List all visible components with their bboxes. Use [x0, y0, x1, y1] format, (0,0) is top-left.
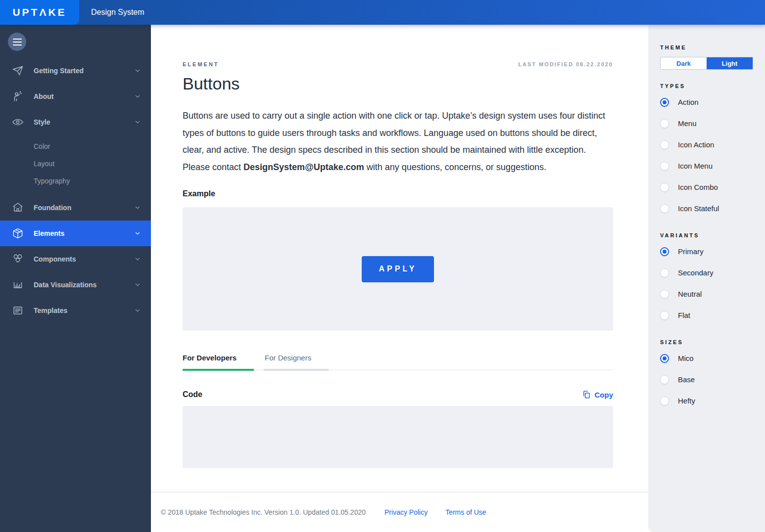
radio-icon [660, 397, 669, 405]
radio-label: Hefty [678, 397, 695, 405]
sidebar-item-label: About [34, 92, 134, 100]
sidebar-item-getting-started[interactable]: Getting Started [0, 58, 151, 84]
radio-selected-icon [660, 247, 669, 256]
last-modified-label: LAST MODIFIED 08.22.2020 [518, 61, 613, 67]
radio-variant-neutral[interactable]: Neutral [660, 283, 753, 305]
chevron-down-icon [134, 230, 141, 237]
code-snippet-box[interactable] [183, 406, 613, 468]
sidebar-item-label: Foundation [34, 204, 134, 212]
apply-button[interactable]: APPLY [362, 256, 434, 282]
sidebar-item-about[interactable]: About [0, 84, 151, 109]
chevron-down-icon [134, 307, 141, 314]
example-preview-box: APPLY [183, 207, 613, 331]
radio-variant-secondary[interactable]: Secondary [660, 262, 753, 283]
tab-for-developers[interactable]: For Developers [183, 349, 254, 371]
radio-label: Icon Menu [678, 162, 713, 170]
radio-icon [660, 290, 669, 299]
radio-selected-icon [660, 98, 669, 107]
eye-icon [12, 116, 24, 128]
chevron-down-icon [134, 119, 141, 126]
element-eyebrow: ELEMENT [183, 61, 219, 67]
theme-light-button[interactable]: Light [707, 57, 753, 69]
radio-type-icon-menu[interactable]: Icon Menu [660, 155, 753, 177]
radio-label: Neutral [678, 290, 702, 298]
radio-label: Icon Action [678, 140, 714, 149]
radio-label: Base [678, 375, 695, 384]
footer-copyright: © 2018 Uptake Technologies Inc. Version … [161, 508, 366, 516]
radio-label: Action [678, 98, 699, 106]
radio-variant-primary[interactable]: Primary [660, 241, 753, 262]
cube-icon [12, 227, 24, 239]
radio-type-icon-stateful[interactable]: Icon Stateful [660, 198, 753, 219]
chevron-down-icon [134, 67, 141, 74]
radio-icon [660, 119, 669, 128]
terms-of-use-link[interactable]: Terms of Use [445, 508, 486, 516]
sidebar: Getting Started About Style Color [0, 25, 151, 532]
sizes-section-label: SIZES [660, 339, 753, 345]
copy-button[interactable]: Copy [582, 390, 614, 399]
radio-selected-icon [660, 354, 669, 363]
radio-type-icon-action[interactable]: Icon Action [660, 134, 753, 155]
theme-dark-button[interactable]: Dark [661, 57, 707, 69]
app-window: UPTΛKE Design System Getting Started Abo… [0, 0, 765, 532]
radio-label: Mico [678, 354, 694, 362]
sidebar-item-data-visualizations[interactable]: Data Visualizations [0, 272, 151, 298]
radio-icon [660, 204, 669, 213]
sidebar-item-label: Templates [34, 307, 134, 314]
radio-size-base[interactable]: Base [660, 369, 753, 390]
sidebar-item-foundation[interactable]: Foundation [0, 195, 151, 221]
types-section-label: TYPES [660, 83, 753, 89]
radio-variant-flat[interactable]: Flat [660, 305, 753, 326]
uptake-logo[interactable]: UPTΛKE [0, 0, 79, 25]
radio-icon [660, 183, 669, 192]
copy-icon [582, 390, 591, 399]
sidebar-item-label: Components [34, 255, 134, 263]
tab-for-designers[interactable]: For Designers [264, 349, 329, 371]
uptake-logo-text: UPTΛKE [12, 6, 66, 18]
sidebar-subitem-color[interactable]: Color [0, 138, 151, 155]
sidebar-item-style[interactable]: Style [0, 109, 151, 135]
description-text-after: with any questions, concerns, or suggest… [364, 162, 546, 172]
radio-label: Primary [678, 247, 704, 256]
sidebar-subitem-typography[interactable]: Typography [0, 173, 151, 190]
audience-tabs: For Developers For Designers [183, 349, 613, 370]
radio-label: Secondary [678, 268, 714, 277]
radio-label: Menu [678, 119, 697, 128]
variants-section-label: VARIANTS [660, 232, 753, 238]
sidebar-subitem-layout[interactable]: Layout [0, 155, 151, 173]
radio-type-menu[interactable]: Menu [660, 113, 753, 134]
radio-label: Icon Stateful [678, 204, 719, 213]
paper-plane-icon [12, 65, 24, 77]
app-title: Design System [91, 8, 144, 17]
chevron-down-icon [134, 281, 141, 288]
radio-type-action[interactable]: Action [660, 91, 753, 113]
hamburger-menu-button[interactable] [8, 33, 26, 51]
code-heading: Code [183, 390, 202, 399]
style-subnav: Color Layout Typography [0, 135, 151, 195]
radio-type-icon-combo[interactable]: Icon Combo [660, 177, 753, 198]
description-paragraph: Buttons are used to carry out a single a… [183, 107, 613, 176]
document-lines-icon [12, 305, 24, 316]
hexagon-cluster-icon [12, 253, 24, 265]
person-waving-icon [12, 90, 24, 102]
sidebar-item-components[interactable]: Components [0, 246, 151, 272]
theme-section-label: THEME [660, 44, 753, 50]
radio-size-mico[interactable]: Mico [660, 348, 753, 369]
page-title: Buttons [183, 74, 613, 93]
sidebar-item-label: Style [34, 118, 134, 126]
sidebar-item-label: Getting Started [34, 67, 134, 75]
sidebar-item-elements[interactable]: Elements [0, 221, 151, 246]
radio-size-hefty[interactable]: Hefty [660, 390, 753, 411]
options-panel: THEME Dark Light TYPES Action Menu Icon … [648, 25, 765, 532]
chevron-down-icon [134, 204, 141, 211]
radio-icon [660, 140, 669, 149]
top-bar: UPTΛKE Design System [0, 0, 765, 25]
radio-icon [660, 375, 669, 384]
chevron-down-icon [134, 256, 141, 263]
privacy-policy-link[interactable]: Privacy Policy [384, 508, 428, 516]
sidebar-item-templates[interactable]: Templates [0, 298, 151, 323]
example-heading: Example [183, 189, 613, 198]
radio-label: Flat [678, 311, 690, 319]
main-content: ELEMENT LAST MODIFIED 08.22.2020 Buttons… [151, 25, 648, 532]
sidebar-item-label: Elements [34, 229, 134, 237]
